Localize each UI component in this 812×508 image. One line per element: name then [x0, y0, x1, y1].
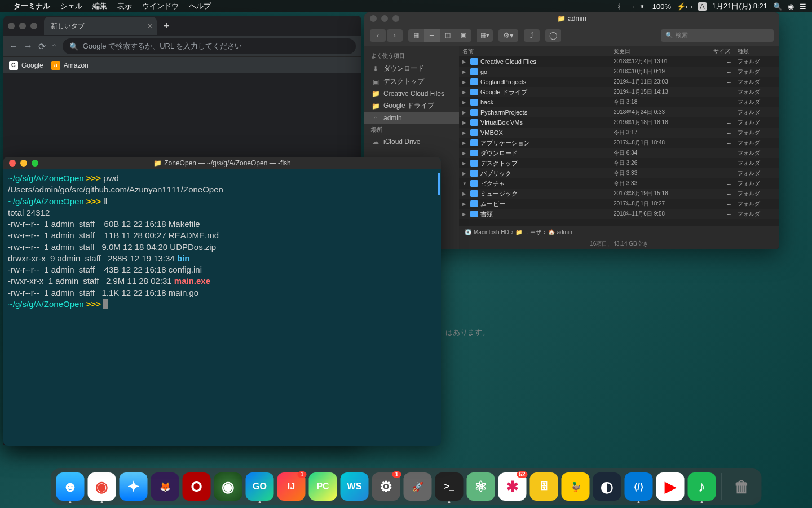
table-row[interactable]: ▼ピクチャ今日 3:33--フォルダ [459, 178, 779, 189]
menu-help[interactable]: ヘルプ [189, 1, 211, 11]
omnibox[interactable]: 🔍 Google で検索するか、URL を入力してください [63, 38, 356, 54]
notification-center-icon[interactable]: ☰ [800, 2, 806, 11]
terminal-traffic-lights[interactable] [9, 160, 38, 167]
menu-view[interactable]: 表示 [117, 1, 132, 11]
reload-button[interactable]: ⟳ [38, 41, 46, 52]
dock-item-atom[interactable]: ⚛ [467, 472, 495, 501]
dock-item-launchpad[interactable]: 🚀 [404, 472, 432, 501]
arrange-button[interactable]: ▦▾ [477, 29, 493, 42]
home-button[interactable]: ⌂ [51, 41, 57, 51]
table-row[interactable]: ▶hack今日 3:18--フォルダ [459, 97, 779, 107]
dock-item-chrome[interactable]: ◉ [88, 472, 116, 501]
disclosure-triangle[interactable]: ▶ [462, 110, 468, 115]
scrollbar[interactable] [438, 173, 440, 195]
wifi-icon[interactable]: ᯤ [639, 2, 647, 11]
dock-item-slack[interactable]: ✱52 [498, 472, 527, 501]
dock-item-safari[interactable]: ✦ [120, 472, 148, 501]
terminal-content[interactable]: ~/g/s/g/A/ZoneOpen >>> pwd /Users/admin/… [3, 169, 441, 313]
dock-item-firefox[interactable]: 🦊 [151, 472, 179, 501]
finder-path-bar[interactable]: 💽Macintosh HD › 📁ユーザ › 🏠admin [459, 226, 779, 238]
app-menu[interactable]: ターミナル [14, 1, 50, 11]
disclosure-triangle[interactable]: ▶ [462, 120, 468, 125]
sidebar-item[interactable]: 📁Creative Cloud Files [364, 88, 459, 99]
icon-view-button[interactable]: ▦ [408, 29, 424, 42]
disclosure-triangle[interactable]: ▶ [462, 202, 468, 207]
input-source[interactable]: A [698, 2, 707, 11]
spotlight-icon[interactable]: 🔍 [773, 2, 782, 11]
new-tab-button[interactable]: + [164, 20, 170, 32]
forward-button[interactable]: → [24, 41, 33, 51]
sidebar-item[interactable]: 📁Google ドライブ [364, 99, 459, 112]
disclosure-triangle[interactable]: ▶ [462, 90, 468, 95]
sidebar-item[interactable]: ☁iCloud Drive [364, 136, 459, 147]
finder-search[interactable]: 🔍 検索 [661, 29, 774, 42]
table-row[interactable]: ▶VMBOX今日 3:17--フォルダ [459, 128, 779, 138]
sidebar-item[interactable]: ⌂admin [364, 112, 459, 124]
sidebar-item[interactable]: ▣デスクトップ [364, 75, 459, 88]
disclosure-triangle[interactable]: ▶ [462, 69, 468, 75]
disclosure-triangle[interactable]: ▶ [462, 141, 468, 146]
list-view-button[interactable]: ☰ [424, 29, 440, 42]
menu-window[interactable]: ウインドウ [142, 1, 179, 11]
table-row[interactable]: ▶PycharmProjects2018年4月24日 0:33--フォルダ [459, 107, 779, 117]
disclosure-triangle[interactable]: ▶ [462, 59, 468, 64]
dock-item-trash[interactable]: 🗑 [728, 472, 756, 501]
dock-item-opera[interactable]: O [183, 472, 211, 501]
back-button[interactable]: ← [9, 41, 18, 51]
close-icon[interactable]: × [148, 21, 152, 30]
dock-item-vscode[interactable]: ⟨/⟩ [625, 472, 653, 501]
disclosure-triangle[interactable]: ▶ [462, 151, 468, 156]
disclosure-triangle[interactable]: ▶ [462, 161, 468, 166]
dock-item-spotify[interactable]: ♪ [688, 472, 716, 501]
table-row[interactable]: ▶ダウンロード今日 6:34--フォルダ [459, 148, 779, 158]
share-button[interactable]: ⤴ [524, 29, 540, 42]
column-view-button[interactable]: ◫ [440, 29, 456, 42]
finder-view-switcher[interactable]: ▦ ☰ ◫ ▣ [408, 29, 471, 42]
siri-icon[interactable]: ◉ [788, 2, 794, 11]
disclosure-triangle[interactable]: ▼ [462, 181, 468, 186]
table-row[interactable]: ▶GoglandProjects2019年1月11日 23:03--フォルダ [459, 77, 779, 87]
disclosure-triangle[interactable]: ▶ [462, 171, 468, 176]
chrome-traffic-lights[interactable] [8, 23, 37, 29]
table-row[interactable]: ▶Creative Cloud Files2018年12月4日 13:01--フ… [459, 56, 779, 67]
table-row[interactable]: ▶VirtualBox VMs2019年1月18日 18:18--フォルダ [459, 117, 779, 128]
tags-button[interactable]: ◯ [545, 29, 561, 42]
dock-item-pycharm[interactable]: PC [309, 472, 337, 501]
table-row[interactable]: ▶デスクトップ今日 3:26--フォルダ [459, 158, 779, 168]
dock-item-settings[interactable]: ⚙1 [372, 472, 400, 501]
finder-traffic-lights[interactable] [370, 15, 399, 22]
table-row[interactable]: ▶ムービー2017年8月1日 18:27--フォルダ [459, 199, 779, 209]
clock[interactable]: 1月21日(月) 8:21 [712, 1, 767, 11]
table-row[interactable]: ▶書類2018年11月6日 9:58--フォルダ [459, 209, 779, 219]
menu-shell[interactable]: シェル [60, 1, 82, 11]
dock-item-youtube[interactable]: ▶ [656, 472, 685, 501]
finder-column-headers[interactable]: 名前 変更日 サイズ 種類 [459, 46, 779, 56]
disclosure-triangle[interactable]: ▶ [462, 212, 468, 217]
dock-item-goland[interactable]: GO [246, 472, 274, 501]
finder-forward-button[interactable]: › [387, 29, 403, 42]
bookmark-google[interactable]: G Google [9, 61, 43, 70]
bookmark-amazon[interactable]: a Amazon [51, 61, 89, 70]
table-row[interactable]: ▶Google ドライブ2019年1月15日 14:13--フォルダ [459, 87, 779, 97]
dock-item-duck[interactable]: 🦆 [562, 472, 590, 501]
sidebar-item[interactable]: ⬇ダウンロード [364, 62, 459, 75]
action-button[interactable]: ⚙▾ [498, 29, 518, 42]
disclosure-triangle[interactable]: ▶ [462, 191, 468, 196]
chrome-tab[interactable]: 新しいタブ × [44, 17, 157, 35]
table-row[interactable]: ▶パブリック今日 3:33--フォルダ [459, 168, 779, 178]
dock-item-webstorm[interactable]: WS [341, 472, 369, 501]
disclosure-triangle[interactable]: ▶ [462, 80, 468, 85]
disclosure-triangle[interactable]: ▶ [462, 100, 468, 105]
dock-item-finder[interactable]: ☻ [56, 472, 85, 501]
gallery-view-button[interactable]: ▣ [456, 29, 471, 42]
table-row[interactable]: ▶go2018年10月8日 0:19--フォルダ [459, 67, 779, 77]
dock-item-db[interactable]: 🗄 [530, 472, 558, 501]
dock-item-intellij[interactable]: IJ1 [277, 472, 306, 501]
dock-item-terminal[interactable]: >_ [435, 472, 464, 501]
dock-item-steam[interactable]: ◐ [593, 472, 621, 501]
disclosure-triangle[interactable]: ▶ [462, 130, 468, 135]
bluetooth-icon[interactable]: ᚼ [617, 2, 621, 11]
dock-item-app-green[interactable]: ◉ [214, 472, 242, 501]
menu-edit[interactable]: 編集 [92, 1, 107, 11]
finder-back-button[interactable]: ‹ [370, 29, 386, 42]
